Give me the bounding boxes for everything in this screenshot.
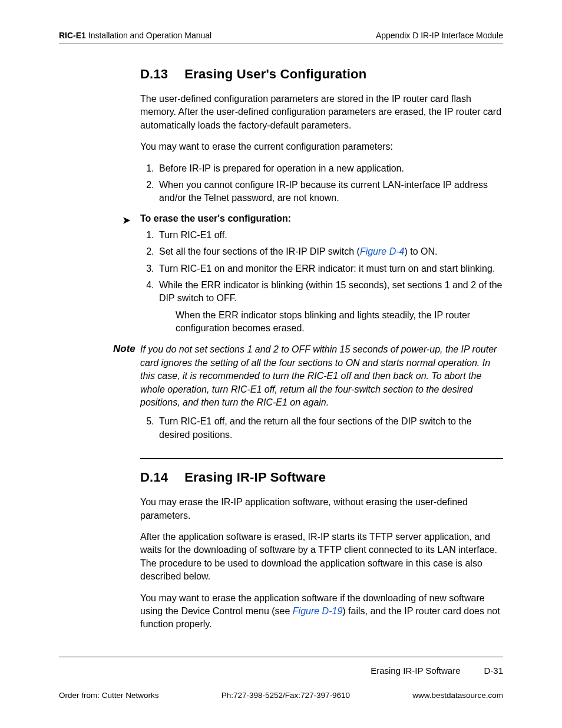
step-text: ) to ON. [404,246,437,256]
step-text: Set all the four sections of the IR-IP D… [159,246,360,256]
note-block: Note If you do not set sections 1 and 2 … [140,343,503,409]
figure-d19-link[interactable]: Figure D-19 [293,606,342,616]
manual-title: Installation and Operation Manual [86,31,211,40]
step-sub-text: When the ERR indicator stops blinking an… [176,309,503,335]
footer-divider [59,657,503,657]
page-content: D.13Erasing User's Configuration The use… [59,44,503,631]
page-footer: Erasing IR-IP Software D-31 Order from: … [59,657,503,700]
page-number: D-31 [484,666,503,676]
section-number: D.14 [140,470,168,485]
header-right: Appendix D IR-IP Interface Module [376,31,503,40]
section-title-text: Erasing User's Configuration [184,67,366,81]
d13-paragraph-2: You may want to erase the current config… [140,140,503,153]
d14-paragraph-1: You may erase the IR-IP application soft… [140,496,503,522]
section-number: D.13 [140,67,168,82]
section-divider [140,458,503,459]
running-title: Erasing IR-IP Software [371,666,460,676]
procedure-title: To erase the user's configuration: [140,213,503,224]
footer-running: Erasing IR-IP Software D-31 [59,666,503,676]
footer-url: www.bestdatasource.com [412,691,503,700]
section-d14-heading: D.14Erasing IR-IP Software [140,470,503,485]
procedure-arrow-icon: ➤ [123,215,130,226]
product-name: RIC-E1 [59,31,86,40]
section-title-text: Erasing IR-IP Software [184,470,326,485]
d14-paragraph-2: After the application software is erased… [140,531,503,584]
note-label: Note [59,343,130,355]
page: RIC-E1 Installation and Operation Manual… [0,0,562,728]
page-header: RIC-E1 Installation and Operation Manual… [59,31,503,44]
footer-phone: Ph:727-398-5252/Fax:727-397-9610 [222,691,350,700]
list-item: Turn RIC-E1 off. [157,229,503,242]
d13-paragraph-1: The user-defined configuration parameter… [140,93,503,132]
list-item: Before IR-IP is prepared for operation i… [157,162,503,175]
d13-reason-list: Before IR-IP is prepared for operation i… [140,162,503,205]
note-body: If you do not set sections 1 and 2 to OF… [140,343,503,409]
footer-contact: Order from: Cutter Networks Ph:727-398-5… [59,691,503,700]
list-item: Turn RIC-E1 off, and the return all the … [157,415,503,442]
list-item: While the ERR indicator is blinking (wit… [157,279,503,335]
list-item: Turn RIC-E1 on and monitor the ERR indic… [157,262,503,275]
figure-d4-link[interactable]: Figure D-4 [360,246,405,256]
list-item: Set all the four sections of the IR-IP D… [157,245,503,258]
procedure-steps: Turn RIC-E1 off. Set all the four sectio… [140,229,503,335]
header-left: RIC-E1 Installation and Operation Manual [59,31,211,40]
footer-order: Order from: Cutter Networks [59,691,159,700]
step-text: While the ERR indicator is blinking (wit… [159,280,503,303]
d14-paragraph-3: You may want to erase the application so… [140,592,503,631]
procedure-block: ➤ To erase the user's configuration: Tur… [140,213,503,335]
procedure-steps-continued: Turn RIC-E1 off, and the return all the … [140,415,503,442]
section-d13-heading: D.13Erasing User's Configuration [140,67,503,82]
list-item: When you cannot configure IR-IP because … [157,179,503,205]
